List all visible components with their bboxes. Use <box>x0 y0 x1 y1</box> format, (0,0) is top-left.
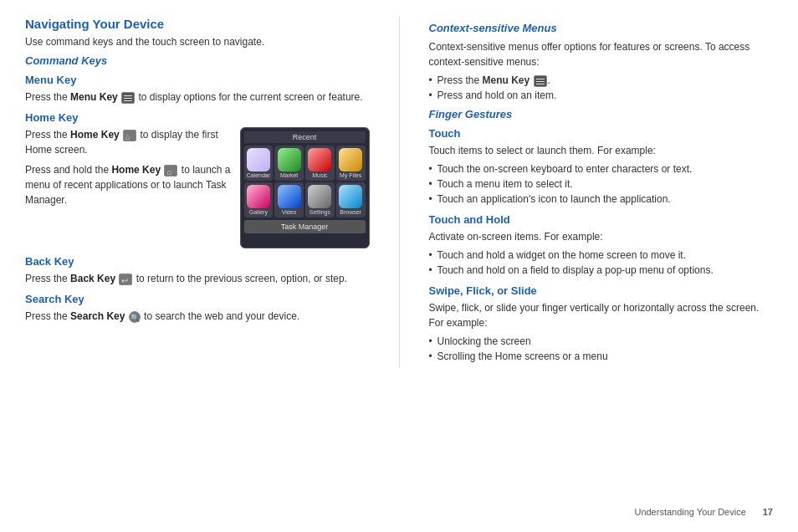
home-key-text2-bold: Home Key <box>111 164 161 176</box>
search-key-icon <box>129 311 141 323</box>
touch-hold-text: Activate on-screen items. For example: <box>429 229 774 244</box>
list-item: Press the Menu Key . <box>429 73 774 88</box>
home-key-text1: Press the Home Key to display the first … <box>25 127 232 157</box>
myfiles-app-icon <box>339 148 362 171</box>
page-title: Navigating Your Device <box>25 17 370 31</box>
menu-key-text-pre: Press the <box>25 91 68 103</box>
swipe-text: Swipe, flick, or slide your finger verti… <box>429 300 774 330</box>
footer-page: 17 <box>763 507 773 517</box>
home-key-icon1 <box>123 130 136 141</box>
back-key-text-post: to return to the previous screen, option… <box>136 273 347 284</box>
list-item: Touch and hold a widget on the home scre… <box>429 248 774 263</box>
search-key-text-post: to search the web and your device. <box>144 310 299 322</box>
finger-gestures-heading: Finger Gestures <box>429 108 774 120</box>
back-key-bold: Back Key <box>70 273 115 284</box>
list-item: Touch a menu item to select it. <box>429 176 774 192</box>
video-app-icon <box>278 185 301 208</box>
menu-key-heading: Menu Key <box>25 74 370 86</box>
home-key-section: Press the Home Key to display the first … <box>25 127 370 248</box>
left-column: Navigating Your Device Use command keys … <box>25 17 370 367</box>
menu-key-bold: Menu Key <box>70 91 118 103</box>
list-item: Market <box>274 146 304 181</box>
back-key-icon <box>119 274 132 285</box>
calendar-app-icon <box>247 148 270 171</box>
home-key-heading: Home Key <box>25 111 370 124</box>
context-menus-heading: Context-sensitive Menus <box>429 22 774 34</box>
menu-key-text: Press the Menu Key to display options fo… <box>25 90 370 105</box>
back-key-heading: Back Key <box>25 255 370 268</box>
browser-label: Browser <box>340 209 361 215</box>
right-column: Context-sensitive Menus Context-sensitiv… <box>429 17 774 367</box>
list-item: Touch the on-screen keyboard to enter ch… <box>429 161 774 176</box>
market-label: Market <box>280 172 298 178</box>
page-subtitle: Use command keys and the touch screen to… <box>25 34 370 49</box>
list-item: Gallery <box>244 182 274 217</box>
list-item: Unlocking the screen <box>429 334 774 349</box>
command-keys-heading: Command Keys <box>25 54 370 67</box>
footer: Understanding Your Device 17 <box>634 507 773 517</box>
touch-hold-list: Touch and hold a widget on the home scre… <box>429 248 774 278</box>
swipe-heading: Swipe, Flick, or Slide <box>429 284 774 297</box>
list-item: Browser <box>336 182 366 217</box>
swipe-list: Unlocking the screen Scrolling the Home … <box>429 334 774 364</box>
list-item: Calendar <box>244 146 274 181</box>
footer-text: Understanding Your Device <box>634 507 745 517</box>
myfiles-label: My Files <box>340 172 361 178</box>
context-menu-icon <box>534 75 547 87</box>
home-key-text1-pre: Press the <box>25 129 68 141</box>
music-app-icon <box>308 148 331 171</box>
list-item: Music <box>305 146 335 181</box>
app-grid: Calendar Market Music My Files <box>244 146 366 217</box>
touch-list: Touch the on-screen keyboard to enter ch… <box>429 161 774 207</box>
context-menus-list: Press the Menu Key . Press and hold on a… <box>429 73 774 103</box>
list-item: Scrolling the Home screens or a menu <box>429 349 774 364</box>
phone-screenshot: Recent Calendar Market Music <box>240 127 370 248</box>
market-app-icon <box>278 148 301 171</box>
home-key-text-block: Press the Home Key to display the first … <box>25 127 232 211</box>
context-menus-text: Context-sensitive menus offer options fo… <box>429 39 774 69</box>
settings-label: Settings <box>309 209 330 215</box>
search-key-text-pre: Press the <box>25 310 68 322</box>
list-item: Settings <box>305 182 335 217</box>
search-key-text: Press the Search Key to search the web a… <box>25 309 370 324</box>
screenshot-label: Recent <box>244 131 366 143</box>
home-key-text2: Press and hold the Home Key to launch a … <box>25 162 232 207</box>
list-item: My Files <box>336 146 366 181</box>
touch-heading: Touch <box>429 127 774 140</box>
search-key-heading: Search Key <box>25 293 370 305</box>
settings-app-icon <box>308 185 331 208</box>
browser-app-icon <box>339 185 362 208</box>
menu-key-text-post: to display options for the current scree… <box>138 91 362 103</box>
gallery-label: Gallery <box>249 209 268 215</box>
search-key-bold: Search Key <box>70 310 125 322</box>
menu-key-icon <box>121 92 135 104</box>
touch-hold-heading: Touch and Hold <box>429 213 774 226</box>
list-item: Touch an application's icon to launch th… <box>429 192 774 207</box>
home-key-text1-bold: Home Key <box>70 129 120 141</box>
column-divider <box>399 17 400 367</box>
gallery-app-icon <box>247 185 270 208</box>
calendar-label: Calendar <box>247 172 270 178</box>
list-item: Press and hold on an item. <box>429 88 774 103</box>
context-menu-bold: Menu Key <box>483 74 530 86</box>
touch-text: Touch items to select or launch them. Fo… <box>429 143 774 158</box>
back-key-text-pre: Press the <box>25 273 68 284</box>
task-manager-button[interactable]: Task Manager <box>244 220 366 233</box>
music-label: Music <box>312 172 327 178</box>
home-key-text2-pre: Press and hold the <box>25 164 109 176</box>
back-key-text: Press the Back Key to return to the prev… <box>25 271 370 286</box>
home-key-icon2 <box>164 165 177 176</box>
list-item: Touch and hold on a field to display a p… <box>429 263 774 278</box>
video-label: Video <box>282 209 297 215</box>
list-item: Video <box>274 182 304 217</box>
